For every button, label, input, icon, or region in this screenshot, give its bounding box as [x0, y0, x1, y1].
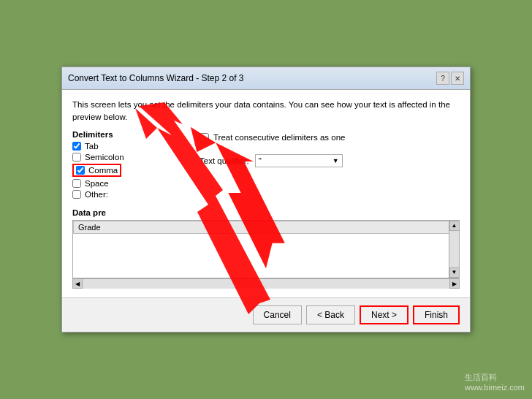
main-section: Delimiters Tab Semicolon Comma Space	[72, 130, 460, 201]
comma-checkbox[interactable]	[76, 166, 85, 175]
preview-box: Grade ▲ ▼	[72, 220, 460, 278]
comma-label: Comma	[88, 166, 118, 175]
consecutive-label: Treat consecutive delimiters as one	[213, 133, 345, 142]
dropdown-arrow-icon: ▼	[332, 157, 339, 164]
dialog-title: Convert Text to Columns Wizard - Step 2 …	[68, 73, 244, 83]
horizontal-scrollbar[interactable]: ◀ ▶	[72, 278, 460, 289]
preview-label: Data pre	[72, 208, 460, 217]
dialog-footer: Cancel < Back Next > Finish	[62, 297, 470, 332]
tab-row: Tab	[72, 142, 189, 151]
tab-label: Tab	[85, 142, 99, 151]
tab-checkbox[interactable]	[72, 142, 81, 151]
qualifier-select[interactable]: " ▼	[255, 154, 343, 167]
other-label: Other:	[85, 190, 108, 199]
space-label: Space	[85, 179, 109, 188]
scroll-right-btn[interactable]: ▶	[449, 278, 460, 289]
finish-button[interactable]: Finish	[413, 305, 460, 324]
watermark: 生活百科 www.bimeiz.com	[465, 372, 525, 392]
other-row: Other:	[72, 190, 189, 199]
qualifier-label: Text qualifier:	[200, 156, 249, 165]
description-text: This screen lets you set the delimiters …	[72, 99, 460, 122]
close-button[interactable]: ✕	[451, 72, 464, 85]
dialog-body: This screen lets you set the delimiters …	[62, 90, 470, 297]
space-row: Space	[72, 179, 189, 188]
cancel-button[interactable]: Cancel	[253, 305, 302, 324]
scroll-down-btn[interactable]: ▼	[449, 267, 460, 278]
scroll-up-btn[interactable]: ▲	[449, 221, 460, 231]
qualifier-value: "	[259, 156, 262, 165]
semicolon-checkbox[interactable]	[72, 153, 81, 162]
dialog-window: Convert Text to Columns Wizard - Step 2 …	[61, 66, 471, 332]
preview-table: Grade	[73, 221, 459, 234]
title-bar-buttons: ? ✕	[436, 72, 464, 85]
space-checkbox[interactable]	[72, 179, 81, 188]
qualifier-row: Text qualifier: " ▼	[200, 154, 460, 167]
preview-col-header: Grade	[74, 221, 459, 233]
comma-row: Comma	[72, 164, 121, 177]
title-bar: Convert Text to Columns Wizard - Step 2 …	[62, 67, 470, 90]
other-checkbox[interactable]	[72, 190, 81, 199]
consecutive-checkbox[interactable]	[200, 133, 209, 142]
delimiters-label: Delimiters	[72, 130, 189, 139]
help-button[interactable]: ?	[436, 72, 449, 85]
consecutive-row: Treat consecutive delimiters as one	[200, 133, 460, 142]
scroll-track	[83, 279, 449, 289]
next-button[interactable]: Next >	[360, 305, 408, 324]
preview-section: Data pre Grade ▲ ▼ ◀ ▶	[72, 208, 460, 289]
vertical-scrollbar[interactable]: ▲ ▼	[449, 221, 459, 278]
back-button[interactable]: < Back	[306, 305, 355, 324]
semicolon-row: Semicolon	[72, 153, 189, 162]
right-panel: Treat consecutive delimiters as one Text…	[200, 130, 460, 201]
delimiters-panel: Delimiters Tab Semicolon Comma Space	[72, 130, 189, 201]
scroll-left-btn[interactable]: ◀	[72, 278, 83, 289]
semicolon-label: Semicolon	[85, 153, 124, 162]
